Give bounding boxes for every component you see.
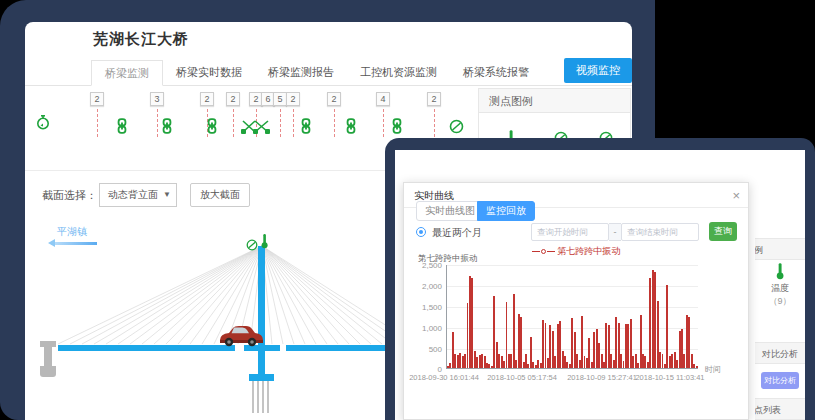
sensor-count-badge: 3 [150,92,164,106]
y-tick-label: 2,500 [404,261,442,270]
link-sensor-icon[interactable] [206,118,222,134]
legend-line-icon [547,251,555,252]
sensor-count-badge: 5 [273,92,287,106]
sensor-count-badge: 2 [200,92,214,106]
tower-footing [249,374,274,381]
sensor-dash-line [157,109,158,137]
chart-bar [520,317,522,368]
chart-bar [513,294,515,368]
recent-two-months-label: 最近两个月 [432,226,482,240]
screen: 芜湖长江大桥 桥梁监测 桥梁实时数据 桥梁监测报告 工控机资源监测 桥梁系统报警… [0,0,815,420]
bridge-tower [258,246,265,382]
sensor-dash-line [233,109,234,137]
sensor-count-badge: 2 [327,92,341,106]
enlarge-section-button[interactable]: 放大截面 [190,183,250,207]
query-start-time-input[interactable] [531,223,609,241]
link-sensor-icon[interactable] [391,118,407,134]
link-sensor-icon[interactable] [161,118,177,134]
temperature-count: （9） [755,295,805,308]
legend-circle-icon [541,249,546,254]
x-tick-label: 2018-10-05 05:17:54 [487,373,557,382]
sensor-count-badge: 2 [226,92,240,106]
stopwatch-icon[interactable] [35,114,51,130]
tab-bar: 桥梁监测 桥梁实时数据 桥梁监测报告 工控机资源监测 桥梁系统报警 [25,60,632,86]
thermometer-icon [260,233,276,249]
page-title: 芜湖长江大桥 [93,30,189,49]
deck-gap [280,344,286,352]
tab-playback[interactable]: 监控回放 [477,201,535,221]
recent-two-months-radio[interactable] [416,227,426,237]
section-select-dropdown[interactable]: 动态背立面 ▼ [99,183,177,207]
popup-window-content: 测点图例 温度 （9） 对比分析 对比分析 测点列表 实时曲线 × 实时曲线图 … [395,150,805,420]
legend-series-name: 第七跨跨中振动 [557,246,620,256]
sensor-dash-line [383,109,384,137]
realtime-curve-dialog: 实时曲线 × 实时曲线图 监控回放 最近两个月 - 查询 第七跨跨中振动 第七跨… [403,182,749,420]
tower-piles [252,381,272,413]
tab-bridge-monitor[interactable]: 桥梁监测 [91,60,163,86]
sensor-count-badge: 4 [376,92,390,106]
sensor-count-badge: 2 [90,92,104,106]
x-tick-label: 2018-09-30 16:01:44 [409,373,479,382]
link-sensor-icon[interactable] [116,118,132,134]
range-separator: - [609,223,621,241]
chevron-down-icon: ▼ [163,184,171,206]
chart-bars [447,265,698,368]
x-tick-label: 2018-10-09 15:27:41 [567,373,637,382]
legend-panel-title: 测点图例 [479,89,630,113]
y-tick-label: 1,500 [404,303,442,312]
temperature-item[interactable]: 温度 （9） [755,262,805,308]
y-tick-label: 1,000 [404,324,442,333]
tab-realtime-data[interactable]: 桥梁实时数据 [163,60,255,86]
prohibit-icon[interactable] [449,119,465,135]
link-sensor-icon[interactable] [345,118,361,134]
sensor-dash-line [334,109,335,137]
tab-ipc-resource[interactable]: 工控机资源监测 [347,60,450,86]
y-tick-label: 500 [404,345,442,354]
sidebar-list-header: 测点列表 [755,398,805,420]
sidebar-legend-header: 测点图例 [755,238,805,260]
section-select-label: 截面选择： [42,188,97,203]
x-axis-name: 时间 [705,364,721,375]
chart-plot-area [446,265,698,369]
chart-bar [696,366,698,368]
sensor-dash-line [293,109,294,137]
query-button[interactable]: 查询 [709,222,737,241]
video-monitor-button[interactable]: 视频监控 [564,58,632,83]
close-icon[interactable]: × [732,183,740,208]
left-pier [40,366,56,377]
sensor-dash-line [280,109,281,137]
sensor-dash-line [434,109,435,137]
car-image [217,323,263,347]
cross-sensor-icon[interactable] [241,118,271,134]
link-sensor-icon[interactable] [300,118,316,134]
tab-realtime-curve[interactable]: 实时曲线图 [416,201,484,221]
tab-system-alarm[interactable]: 桥梁系统报警 [450,60,542,86]
tab-monitor-report[interactable]: 桥梁监测报告 [255,60,347,86]
y-tick-label: 2,000 [404,282,442,291]
thermometer-icon [775,272,785,282]
legend-line-icon [532,251,540,252]
temperature-label: 温度 [755,282,805,295]
popup-window-frame: 测点图例 温度 （9） 对比分析 对比分析 测点列表 实时曲线 × 实时曲线图 … [385,138,815,420]
sensor-dash-line [97,109,98,137]
sensor-count-badge: 2 [286,92,300,106]
sensor-count-badge: 2 [427,92,441,106]
left-pier [44,347,52,367]
section-select-value: 动态背立面 [108,189,158,200]
compare-analysis-button[interactable]: 对比分析 [761,372,799,389]
query-end-time-input[interactable] [621,223,699,241]
x-tick-label: 2018-10-15 11:03:41 [635,373,704,382]
sidebar-compare-header: 对比分析 [755,342,805,364]
